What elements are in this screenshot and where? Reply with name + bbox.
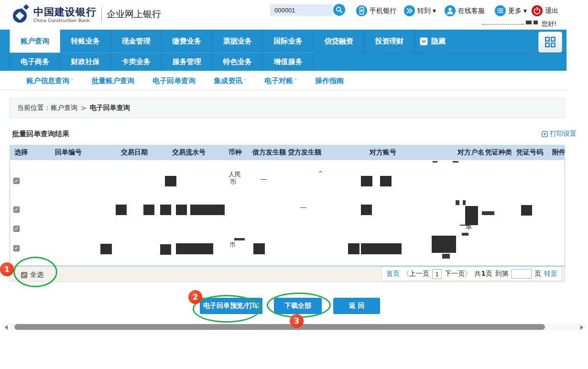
nav-tab-row2-4[interactable]: 服务管理	[162, 53, 212, 71]
online-service-icon	[445, 5, 456, 16]
back-button[interactable]: 返 回	[333, 298, 380, 314]
nav-tab-5[interactable]: 票据业务	[212, 30, 263, 53]
nav-tab-1[interactable]: 账户查询	[10, 30, 60, 53]
row-checkbox-4[interactable]: ✓	[13, 245, 20, 251]
scroll-left-icon[interactable]	[5, 325, 8, 330]
submenu-item-2[interactable]: 批量账户查询	[91, 76, 134, 86]
column-header-12: 附件下载	[552, 148, 565, 157]
submenu-item-6[interactable]: 操作指南	[315, 76, 344, 86]
nav-tab-row2-5[interactable]: 特色业务	[212, 53, 263, 71]
quick-menu-button[interactable]	[538, 32, 562, 53]
print-settings-link[interactable]: 打印设置	[542, 130, 577, 138]
page: 中国建设银行 China Construction Bank 企业网上银行 手机…	[0, 0, 588, 369]
more-button[interactable]: 更多 ▼	[495, 5, 527, 16]
nav-tab-row2-3[interactable]: 卡类业务	[111, 53, 162, 71]
search-icon	[334, 5, 344, 15]
print-settings-icon	[542, 131, 548, 137]
grid-icon	[544, 36, 556, 48]
column-header-9: 对方户名	[454, 148, 484, 157]
print-settings-label: 打印设置	[550, 130, 577, 138]
search-input[interactable]	[270, 4, 332, 16]
breadcrumb-parent[interactable]: 账户查询	[51, 104, 77, 112]
redacted-fragment	[433, 161, 437, 163]
row-checkbox-1[interactable]: ✓	[13, 178, 20, 184]
submenu-item-3[interactable]: 电子回单查询	[152, 76, 196, 86]
submenu-item-1[interactable]: 账户信息查询ˇ	[26, 76, 73, 86]
preview-print-button[interactable]: 电子回单预览/打印	[200, 298, 262, 314]
nav-tab-6[interactable]: 国际业务	[263, 30, 314, 53]
nav-tab-row2-6[interactable]: 增值服务	[263, 53, 314, 71]
redacted-cell	[100, 244, 112, 254]
pagination-prev[interactable]: 〈上一页	[403, 270, 429, 278]
download-all-button[interactable]: 下载全部	[274, 298, 322, 314]
select-all-checkbox[interactable]: ✓	[21, 272, 27, 278]
hide-menu-button[interactable]: 隐藏	[420, 30, 446, 53]
table-header-row: 选择回单编号交易日期交易流水号币种借方发生额贷方发生额对方账号对方户名凭证种类凭…	[10, 145, 565, 160]
redacted-fragment	[442, 254, 450, 259]
mobile-banking-button[interactable]: 手机银行	[356, 5, 396, 16]
cell-text: 币	[230, 178, 236, 186]
redacted-cell	[253, 243, 265, 254]
bank-name-en: China Construction Bank	[33, 18, 97, 23]
goto-label: 转到	[417, 7, 431, 15]
bank-name-block: 中国建设银行 China Construction Bank	[33, 6, 97, 23]
logout-button[interactable]: 退出	[532, 5, 558, 16]
nav-tab-row2-1[interactable]: 电子商务	[10, 53, 60, 71]
redacted-cell	[521, 205, 532, 216]
redacted-fragment	[462, 233, 468, 236]
redacted-fragment	[453, 161, 458, 163]
column-header-10: 凭证种类	[484, 148, 513, 157]
nav-tab-7[interactable]: 信贷融资	[314, 30, 364, 53]
pagination-first[interactable]: 首页	[386, 270, 400, 278]
mobile-banking-label: 手机银行	[370, 7, 396, 15]
portal-name: 企业网上银行	[107, 8, 161, 21]
caret-down-icon: ▼	[523, 9, 527, 13]
horizontal-scrollbar-thumb[interactable]	[14, 324, 545, 330]
nav-tab-8[interactable]: 投资理财	[364, 30, 415, 53]
pagination-next[interactable]: 下一页〉	[445, 270, 471, 278]
online-service-button[interactable]: 在线客服	[445, 5, 485, 16]
goto-button[interactable]: 转到 ▼	[404, 5, 436, 16]
pagination-goto-input[interactable]	[512, 269, 532, 279]
redacted-cell	[165, 176, 176, 186]
redacted-fragment	[482, 211, 494, 215]
submenu-item-5[interactable]: 电子对账ˇ	[264, 76, 297, 86]
breadcrumb: 当前位置： 账户查询 > 电子回单查询	[10, 98, 565, 118]
logo-divider	[101, 7, 102, 22]
redacted-cell	[143, 205, 154, 215]
select-all-label: 全选	[30, 271, 44, 279]
more-label: 更多	[508, 7, 522, 15]
ccb-logo-icon	[11, 4, 31, 24]
cell-text: 单	[466, 223, 472, 231]
hide-menu-label: 隐藏	[431, 37, 446, 46]
submenu-item-4[interactable]: 集成资讯ˇ	[214, 76, 246, 86]
breadcrumb-prefix: 当前位置：	[17, 104, 51, 112]
redacted-cell	[160, 205, 171, 215]
mobile-banking-icon	[356, 5, 367, 16]
more-icon	[495, 5, 506, 16]
column-header-8: 对方账号	[368, 148, 454, 157]
column-header-4: 交易流水号	[167, 148, 225, 157]
redacted-fragment	[463, 200, 466, 205]
nav-tab-2[interactable]: 转账业务	[60, 30, 111, 53]
redacted-cell	[361, 176, 372, 186]
greeting-text: 您好!	[542, 20, 556, 28]
nav-tab-row2-2[interactable]: 财政社保	[60, 53, 111, 71]
row-checkbox-2[interactable]: ✓	[13, 206, 20, 213]
nav-tab-4[interactable]: 缴费业务	[162, 30, 212, 53]
nav-row-1: 账户查询转账业务现金管理缴费业务票据业务国际业务信贷融资投资理财	[10, 30, 415, 53]
nav-tab-3[interactable]: 现金管理	[111, 30, 162, 53]
pagination-go-link[interactable]: 转至	[544, 270, 557, 278]
nav-row-2: 电子商务财政社保卡类业务服务管理特色业务增值服务	[10, 53, 314, 71]
bank-name-cn: 中国建设银行	[33, 6, 97, 18]
search-button[interactable]	[333, 4, 345, 16]
scroll-right-icon[interactable]	[580, 325, 583, 330]
redacted-cell	[361, 243, 402, 254]
logout-icon	[532, 5, 543, 16]
cell-text: —	[300, 204, 306, 211]
column-header-3: 交易日期	[115, 148, 167, 157]
row-checkbox-3[interactable]: ✓	[13, 226, 20, 232]
redacted-cell	[176, 243, 213, 254]
caret-down-icon: ▼	[433, 9, 436, 13]
pagination: 首页 〈上一页 1 下一页〉 共1页 到第 页 转至	[381, 267, 562, 281]
